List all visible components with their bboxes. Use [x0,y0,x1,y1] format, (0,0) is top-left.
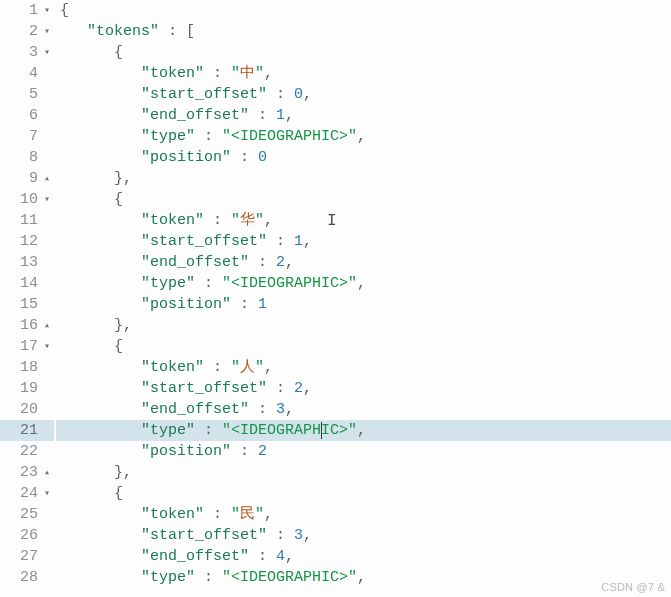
line-number: 6 [29,105,40,126]
token-s: " [255,506,264,523]
code-line[interactable]: "position" : 1 [56,294,671,315]
gutter-line: 1▾ [0,0,54,21]
code-line[interactable]: "end_offset" : 2, [56,252,671,273]
gutter-line: 11▾ [0,210,54,231]
token-k: "tokens" [87,23,159,40]
fold-close-icon[interactable]: ▴ [42,321,52,331]
token-n: 1 [294,233,303,250]
gutter-line: 14▾ [0,273,54,294]
token-s: " [255,65,264,82]
token-p: , [264,212,273,229]
gutter-line: 20▾ [0,399,54,420]
token-cj: 人 [240,359,255,376]
fold-open-icon[interactable]: ▾ [42,6,52,16]
token-p: , [357,128,366,145]
token-n: 0 [258,149,267,166]
code-editor[interactable]: 1▾2▾3▾4▾5▾6▾7▾8▾9▴10▾11▾12▾13▾14▾15▾16▴1… [0,0,671,597]
token-p: { [114,485,123,502]
code-line[interactable]: "token" : "华",I [56,210,671,231]
code-line[interactable]: { [56,0,671,21]
code-line[interactable]: "position" : 2 [56,441,671,462]
line-number: 4 [29,63,40,84]
fold-open-icon[interactable]: ▾ [42,342,52,352]
code-line[interactable]: }, [56,168,671,189]
code-line[interactable]: { [56,336,671,357]
code-line[interactable]: "start_offset" : 1, [56,231,671,252]
line-number: 27 [20,546,40,567]
gutter-line: 16▴ [0,315,54,336]
line-number: 10 [20,189,40,210]
code-line[interactable]: "token" : "民", [56,504,671,525]
code-line[interactable]: "position" : 0 [56,147,671,168]
token-k: "start_offset" [141,86,267,103]
token-s: " [231,65,240,82]
gutter-line: 8▾ [0,147,54,168]
gutter-line: 18▾ [0,357,54,378]
fold-open-icon[interactable]: ▾ [42,27,52,37]
token-k: "end_offset" [141,107,249,124]
code-line[interactable]: "token" : "人", [56,357,671,378]
code-line[interactable]: "tokens" : [ [56,21,671,42]
token-p: : [267,380,294,397]
code-line[interactable]: }, [56,462,671,483]
token-n: 3 [294,527,303,544]
token-k: "end_offset" [141,401,249,418]
token-k: "position" [141,296,231,313]
code-area[interactable]: { "tokens" : [ { "token" : "中", "start_o… [56,0,671,597]
code-line[interactable]: "type" : "<IDEOGRAPHIC>", [56,567,671,588]
code-line[interactable]: { [56,189,671,210]
gutter-line: 19▾ [0,378,54,399]
code-line[interactable]: "start_offset" : 3, [56,525,671,546]
code-line[interactable]: "start_offset" : 0, [56,84,671,105]
code-line[interactable]: "end_offset" : 3, [56,399,671,420]
token-s: "<IDEOGRAPHIC>" [222,128,357,145]
code-line[interactable]: "token" : "中", [56,63,671,84]
fold-close-icon[interactable]: ▴ [42,174,52,184]
code-line[interactable]: }, [56,315,671,336]
fold-open-icon[interactable]: ▾ [42,48,52,58]
token-k: "type" [141,128,195,145]
code-line[interactable]: "end_offset" : 4, [56,546,671,567]
token-p: { [114,44,123,61]
line-number: 22 [20,441,40,462]
token-p: : [195,422,222,439]
code-line[interactable]: "end_offset" : 1, [56,105,671,126]
token-p: : [249,107,276,124]
token-s: " [255,359,264,376]
fold-open-icon[interactable]: ▾ [42,489,52,499]
line-number: 16 [20,315,40,336]
gutter-line: 2▾ [0,21,54,42]
token-k: "position" [141,149,231,166]
token-n: 2 [276,254,285,271]
watermark-text: CSDN @7 & [601,581,665,593]
code-line[interactable]: { [56,483,671,504]
gutter-line: 24▾ [0,483,54,504]
code-line[interactable]: { [56,42,671,63]
token-k: "token" [141,506,204,523]
code-line[interactable]: "type" : "<IDEOGRAPHIC>", [56,273,671,294]
token-k: "end_offset" [141,254,249,271]
token-s: "<IDEOGRAPHIC>" [222,422,357,439]
token-p: : [204,359,231,376]
fold-close-icon[interactable]: ▴ [42,468,52,478]
token-s: "<IDEOGRAPHIC>" [222,275,357,292]
token-n: 4 [276,548,285,565]
line-number: 28 [20,567,40,588]
token-p: , [264,359,273,376]
code-line[interactable]: "type" : "<IDEOGRAPHIC>", [56,126,671,147]
code-line[interactable]: "type" : "<IDEOGRAPHIC>", [56,420,671,441]
line-number-gutter: 1▾2▾3▾4▾5▾6▾7▾8▾9▴10▾11▾12▾13▾14▾15▾16▴1… [0,0,56,597]
token-p: : [267,233,294,250]
token-cj: 中 [240,65,255,82]
line-number: 5 [29,84,40,105]
token-p: : [231,149,258,166]
fold-open-icon[interactable]: ▾ [42,195,52,205]
token-s: " [231,212,240,229]
token-p: : [195,569,222,586]
code-line[interactable]: "start_offset" : 2, [56,378,671,399]
line-number: 14 [20,273,40,294]
token-p: { [114,191,123,208]
token-k: "end_offset" [141,548,249,565]
token-p: , [264,65,273,82]
gutter-line: 4▾ [0,63,54,84]
